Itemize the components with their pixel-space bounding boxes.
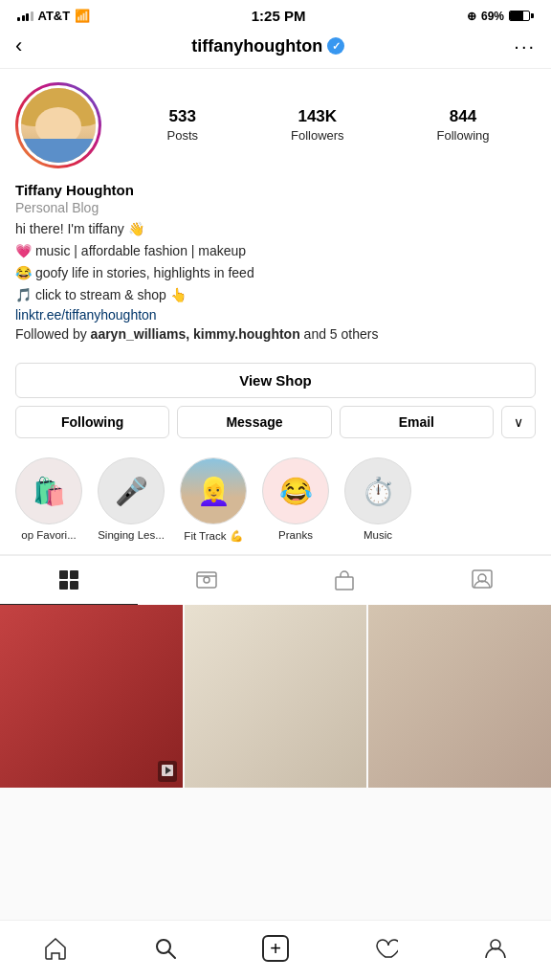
heart-icon — [373, 936, 398, 961]
header-title: tiffanyhoughton ✓ — [191, 36, 344, 56]
display-name: Tiffany Houghton — [15, 182, 536, 198]
posts-count: 533 — [166, 107, 198, 126]
action-buttons: View Shop Following Message Email ∨ — [0, 353, 551, 450]
grid-cell-1[interactable] — [0, 605, 183, 788]
bio-line-4: 🎵 click to stream & shop 👆 — [15, 285, 536, 305]
avatar — [18, 85, 99, 166]
grid-cell-3[interactable] — [368, 605, 551, 788]
profile-top: 533 Posts 143K Followers 844 Following — [15, 82, 536, 168]
highlight-circle-singing: 🎤 — [98, 457, 165, 524]
location-icon: ⊕ — [467, 10, 476, 23]
message-button[interactable]: Message — [177, 406, 331, 438]
highlights-scroll: 🛍️ op Favori... 🎤 Singing Les... 👱‍♀️ Fi… — [0, 457, 551, 543]
avatar-image — [21, 88, 96, 163]
followers-label: Followers — [291, 128, 344, 143]
video-icon — [162, 765, 173, 776]
bio-link[interactable]: linktr.ee/tiffanyhoughton — [15, 307, 536, 323]
wifi-icon: 📶 — [75, 9, 90, 23]
header: ‹ tiffanyhoughton ✓ ··· — [0, 28, 551, 69]
bio-line-2: 💗 music | affordable fashion | makeup — [15, 241, 536, 261]
tab-tagged[interactable] — [413, 556, 551, 605]
signal-icon — [17, 11, 33, 21]
battery-icon — [509, 11, 534, 21]
status-right: ⊕ 69% — [467, 10, 534, 23]
highlight-label-fittrack: Fit Track 💪 — [184, 529, 242, 543]
nav-home[interactable] — [32, 930, 79, 967]
highlight-item-music[interactable]: ⏱️ Music — [344, 457, 411, 543]
dropdown-button[interactable]: ∨ — [501, 406, 536, 438]
highlight-circle-music: ⏱️ — [344, 457, 411, 524]
svg-line-13 — [168, 952, 175, 959]
verified-badge: ✓ — [327, 37, 344, 55]
more-options-button[interactable]: ··· — [514, 35, 536, 57]
stat-posts[interactable]: 533 Posts — [166, 107, 198, 144]
bio-followed-by: Followed by aaryn_williams, kimmy.hought… — [15, 326, 536, 342]
shop-icon — [333, 568, 356, 591]
highlight-circle-fittrack: 👱‍♀️ — [180, 457, 247, 524]
bio-section: Tiffany Houghton Personal Blog hi there!… — [15, 182, 536, 353]
search-icon — [153, 936, 178, 961]
profile-icon — [483, 936, 508, 961]
view-shop-button[interactable]: View Shop — [15, 363, 536, 398]
home-icon — [43, 936, 68, 961]
button-row: Following Message Email ∨ — [15, 406, 536, 438]
avatar-wrapper[interactable] — [15, 82, 101, 168]
email-button[interactable]: Email — [340, 406, 494, 438]
highlight-item-singing[interactable]: 🎤 Singing Les... — [98, 457, 165, 543]
stats-row: 533 Posts 143K Followers 844 Following — [121, 107, 536, 144]
username-label: tiffanyhoughton — [191, 36, 322, 56]
nav-add[interactable]: + — [252, 930, 299, 967]
svg-rect-2 — [59, 581, 68, 590]
followed-by-others: and 5 others — [300, 326, 379, 342]
following-label: Following — [437, 128, 490, 143]
stat-followers[interactable]: 143K Followers — [291, 107, 344, 144]
tabs-bar — [0, 555, 551, 605]
stat-following[interactable]: 844 Following — [437, 107, 490, 144]
svg-rect-3 — [70, 581, 78, 590]
followed-by-names[interactable]: aaryn_williams, kimmy.houghton — [91, 326, 300, 342]
tagged-icon — [471, 568, 494, 591]
highlight-label-pranks: Pranks — [278, 529, 313, 541]
svg-point-5 — [204, 577, 209, 583]
highlight-label-music: Music — [364, 529, 392, 541]
tab-grid[interactable] — [0, 556, 138, 605]
status-time: 1:25 PM — [252, 8, 306, 24]
followed-by-prefix: Followed by — [15, 326, 91, 342]
following-button[interactable]: Following — [15, 406, 169, 438]
highlight-circle-pranks: 😂 — [262, 457, 329, 524]
video-indicator — [158, 761, 177, 782]
reels-icon — [195, 568, 218, 591]
highlight-circle-shop: 🛍️ — [15, 457, 82, 524]
bio-line-3: 😂 goofy life in stories, highlights in f… — [15, 263, 536, 283]
svg-rect-0 — [59, 570, 68, 579]
carrier-label: AT&T — [38, 9, 71, 23]
nav-heart[interactable] — [362, 930, 409, 967]
bottom-nav: + — [0, 920, 551, 980]
highlights-section: 🛍️ op Favori... 🎤 Singing Les... 👱‍♀️ Fi… — [0, 450, 551, 555]
add-icon: + — [262, 935, 289, 962]
battery-percent: 69% — [481, 10, 504, 23]
profile-section: 533 Posts 143K Followers 844 Following T… — [0, 69, 551, 353]
grid-icon — [57, 568, 80, 591]
bio-line-1: hi there! I'm tiffany 👋 — [15, 219, 536, 239]
status-left: AT&T 📶 — [17, 9, 90, 23]
tab-shop[interactable] — [276, 556, 413, 605]
photo-grid — [0, 605, 551, 788]
highlight-label-shop: op Favori... — [21, 529, 77, 541]
highlight-item-pranks[interactable]: 😂 Pranks — [262, 457, 329, 543]
tab-reels[interactable] — [138, 556, 276, 605]
status-bar: AT&T 📶 1:25 PM ⊕ 69% — [0, 0, 551, 28]
posts-label: Posts — [166, 128, 198, 143]
svg-rect-7 — [336, 577, 353, 590]
svg-rect-1 — [70, 570, 78, 579]
back-button[interactable]: ‹ — [15, 33, 22, 58]
followers-count: 143K — [291, 107, 344, 126]
svg-rect-4 — [197, 572, 216, 588]
highlight-item-shop[interactable]: 🛍️ op Favori... — [15, 457, 82, 543]
bio-category: Personal Blog — [15, 200, 536, 215]
nav-profile[interactable] — [472, 930, 519, 967]
highlight-item-fittrack[interactable]: 👱‍♀️ Fit Track 💪 — [180, 457, 247, 543]
nav-search[interactable] — [142, 930, 189, 967]
grid-cell-2[interactable] — [185, 605, 367, 788]
highlight-label-singing: Singing Les... — [98, 529, 165, 541]
